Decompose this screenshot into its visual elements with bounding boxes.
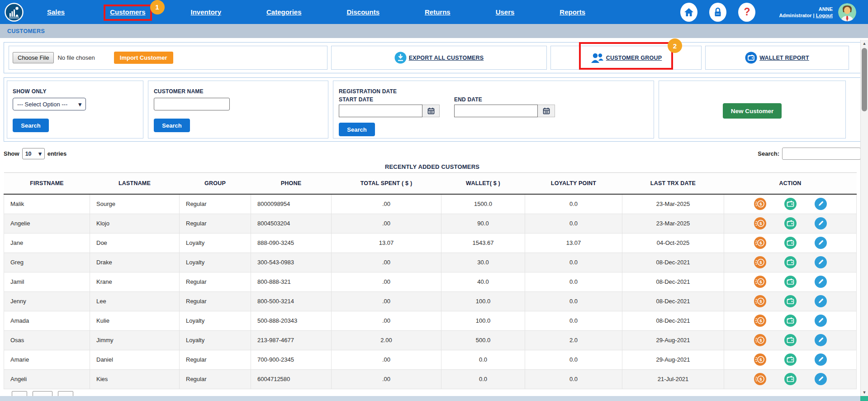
table-controls: Show 10 ▾ entries Search: xyxy=(4,148,861,160)
edit-action-icon[interactable] xyxy=(815,373,827,385)
customer-name-search-button[interactable]: Search xyxy=(154,119,190,132)
edit-action-icon[interactable] xyxy=(815,334,827,346)
wallet-action-icon[interactable] xyxy=(784,198,797,210)
help-icon[interactable]: ? xyxy=(738,3,755,22)
app-logo[interactable] xyxy=(5,3,24,22)
column-header-lastname[interactable]: LASTNAME xyxy=(90,173,180,195)
edit-action-icon[interactable] xyxy=(815,198,827,210)
add-money-action-icon[interactable]: $ xyxy=(754,256,766,268)
edit-action-icon[interactable] xyxy=(815,256,827,268)
customer-name-input[interactable] xyxy=(154,98,230,110)
scroll-down-arrow[interactable]: ▼ xyxy=(861,389,868,396)
show-only-select[interactable]: --- Select Option --- ▾ xyxy=(13,98,86,110)
nav-link-discounts[interactable]: Discounts xyxy=(346,8,379,16)
column-header-action[interactable]: ACTION xyxy=(724,173,857,195)
add-money-action-icon[interactable]: $ xyxy=(754,198,766,210)
cell-lastname: Jimmy xyxy=(90,330,180,350)
vertical-scrollbar[interactable]: ▲ ▼ xyxy=(860,40,868,396)
table-row: JaneDoeLoyalty888-090-324513.071543.6713… xyxy=(4,233,857,253)
entries-per-page-select[interactable]: 10 ▾ xyxy=(22,148,45,159)
table-search-input[interactable] xyxy=(782,148,861,160)
cell-phone: 500-888-20343 xyxy=(251,311,332,330)
wallet-action-icon[interactable] xyxy=(784,373,797,385)
nav-link-categories[interactable]: Categories xyxy=(266,8,302,16)
cell-last-trx-date: 04-Oct-2025 xyxy=(622,233,724,253)
cell-action: $ xyxy=(724,330,857,350)
column-header-firstname[interactable]: FIRSTNAME xyxy=(4,173,90,195)
column-header-phone[interactable]: PHONE xyxy=(251,173,332,195)
wallet-action-icon[interactable] xyxy=(784,237,797,249)
scroll-up-arrow[interactable]: ▲ xyxy=(861,40,868,47)
download-icon xyxy=(394,52,407,64)
logout-link[interactable]: Logout xyxy=(816,13,833,18)
wallet-action-icon[interactable] xyxy=(784,256,797,268)
cell-phone: 300-543-0983 xyxy=(251,253,332,272)
nav-link-sales[interactable]: Sales xyxy=(47,8,65,16)
start-date-input[interactable] xyxy=(339,105,422,117)
edit-action-icon[interactable] xyxy=(815,353,827,366)
registration-date-search-button[interactable]: Search xyxy=(339,123,375,136)
add-money-action-icon[interactable]: $ xyxy=(754,315,766,327)
wallet-action-icon[interactable] xyxy=(784,334,797,346)
import-customer-button[interactable]: Import Customer xyxy=(114,52,173,64)
new-customer-button[interactable]: New Customer xyxy=(723,103,782,119)
add-money-action-icon[interactable]: $ xyxy=(754,217,766,229)
column-header-wallet[interactable]: WALLET( $ ) xyxy=(441,173,525,195)
column-header-group[interactable]: GROUP xyxy=(180,173,251,195)
edit-action-icon[interactable] xyxy=(815,276,827,288)
cell-lastname: Daniel xyxy=(90,350,180,369)
add-money-action-icon[interactable]: $ xyxy=(754,237,766,249)
nav-link-customers[interactable]: Customers xyxy=(110,8,145,16)
wallet-report-link[interactable]: WALLET REPORT xyxy=(745,52,809,64)
customer-group-link[interactable]: CUSTOMER GROUP xyxy=(590,52,662,64)
edit-action-icon[interactable] xyxy=(815,295,827,307)
add-money-action-icon[interactable]: $ xyxy=(754,373,766,385)
customer-name-panel: CUSTOMER NAME Search xyxy=(148,81,328,138)
add-money-action-icon[interactable]: $ xyxy=(754,353,766,366)
wallet-action-icon[interactable] xyxy=(784,295,797,307)
cell-total-spent: 2.00 xyxy=(332,330,441,350)
nav-link-inventory[interactable]: Inventory xyxy=(191,8,222,16)
customer-group-icon xyxy=(590,52,604,64)
start-date-calendar-button[interactable] xyxy=(422,105,440,117)
table-title: RECENTLY ADDED CUSTOMERS xyxy=(4,163,861,170)
cell-phone: 8004503204 xyxy=(251,214,332,233)
end-date-calendar-button[interactable] xyxy=(538,105,555,117)
cell-action: $ xyxy=(724,233,857,253)
nav-link-reports[interactable]: Reports xyxy=(560,8,585,16)
start-date-label: START DATE xyxy=(339,96,440,103)
cell-firstname: Malik xyxy=(4,194,90,214)
top-navbar: SalesCustomers1InventoryCategoriesDiscou… xyxy=(0,0,868,24)
wallet-action-icon[interactable] xyxy=(784,315,797,327)
add-money-action-icon[interactable]: $ xyxy=(754,295,766,307)
cell-group: Loyalty xyxy=(180,330,251,350)
wallet-action-icon[interactable] xyxy=(784,353,797,366)
wallet-action-icon[interactable] xyxy=(784,276,797,288)
scrollbar-thumb[interactable] xyxy=(862,48,867,111)
edit-action-icon[interactable] xyxy=(815,315,827,327)
column-header-last-trx-date[interactable]: LAST TRX DATE xyxy=(622,173,724,195)
column-header-loyalty-point[interactable]: LOYALTY POINT xyxy=(525,173,622,195)
cell-wallet: 100.0 xyxy=(441,291,525,311)
home-icon[interactable] xyxy=(680,3,697,22)
cell-last-trx-date: 23-Mar-2025 xyxy=(622,194,724,214)
export-all-customers-link[interactable]: EXPORT ALL CUSTOMERS xyxy=(394,52,484,64)
nav-link-users[interactable]: Users xyxy=(496,8,515,16)
choose-file-button[interactable]: Choose File xyxy=(13,52,54,63)
cell-total-spent: .00 xyxy=(332,291,441,311)
end-date-input[interactable] xyxy=(454,105,538,117)
cell-phone: 800-888-321 xyxy=(251,272,332,291)
cell-firstname: Jane xyxy=(4,233,90,253)
column-header-total-spent[interactable]: TOTAL SPENT ( $ ) xyxy=(332,173,441,195)
table-row: AngeliKiesRegular6004712580.000.00.021-J… xyxy=(4,369,857,389)
add-money-action-icon[interactable]: $ xyxy=(754,276,766,288)
wallet-action-icon[interactable] xyxy=(784,217,797,229)
avatar[interactable] xyxy=(838,3,856,21)
lock-icon[interactable] xyxy=(709,3,726,22)
wallet-report-box: WALLET REPORT xyxy=(705,46,849,70)
edit-action-icon[interactable] xyxy=(815,237,827,249)
edit-action-icon[interactable] xyxy=(815,217,827,229)
add-money-action-icon[interactable]: $ xyxy=(754,334,766,346)
show-only-search-button[interactable]: Search xyxy=(13,119,49,132)
nav-link-returns[interactable]: Returns xyxy=(425,8,451,16)
